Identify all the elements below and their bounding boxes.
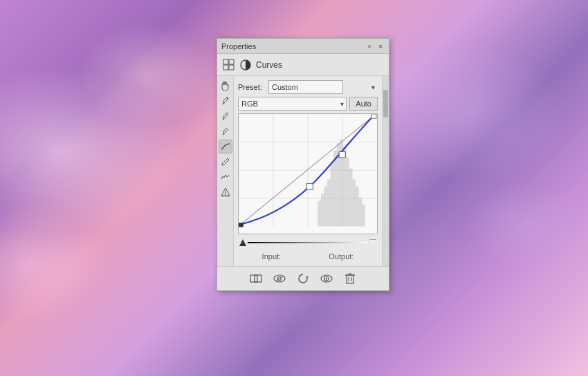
svg-rect-31 xyxy=(353,179,356,226)
svg-point-10 xyxy=(227,128,228,129)
svg-rect-23 xyxy=(327,179,331,226)
svg-rect-40 xyxy=(250,275,257,282)
panel-titlebar: Properties « ≡ xyxy=(217,39,389,54)
channel-select[interactable]: RGB Red Green Blue xyxy=(238,97,347,111)
svg-rect-41 xyxy=(255,275,261,282)
svg-line-9 xyxy=(223,133,224,135)
svg-rect-25 xyxy=(333,150,337,226)
main-content: Preset: Custom Default Strong Contrast M… xyxy=(234,76,382,266)
scroll-track xyxy=(383,76,389,266)
svg-rect-33 xyxy=(359,198,362,227)
eyedropper-gray-tool[interactable] xyxy=(219,109,232,123)
curves-header-icon xyxy=(223,59,235,71)
properties-panel: Properties « ≡ Curves xyxy=(217,38,389,291)
svg-rect-2 xyxy=(229,59,234,64)
io-row: Input: Output: xyxy=(238,251,378,262)
preset-select-wrapper: Custom Default Strong Contrast Medium Co… xyxy=(268,80,378,94)
svg-rect-1 xyxy=(223,65,228,70)
svg-line-5 xyxy=(223,103,224,104)
panel-footer xyxy=(217,266,389,290)
svg-marker-45 xyxy=(306,276,309,279)
preset-row: Preset: Custom Default Strong Contrast M… xyxy=(238,80,378,94)
svg-rect-28 xyxy=(343,147,347,226)
channel-row: RGB Red Green Blue Auto xyxy=(238,97,378,111)
sliders-row xyxy=(238,237,378,248)
scrollbar[interactable] xyxy=(382,76,389,266)
panel-title: Properties xyxy=(221,42,256,50)
pencil-tool[interactable] xyxy=(219,155,232,169)
svg-line-7 xyxy=(223,118,224,120)
toolbar xyxy=(217,76,234,266)
input-label: Input: xyxy=(262,252,282,261)
curves-graph[interactable] xyxy=(238,113,378,234)
channel-select-wrapper: RGB Red Green Blue xyxy=(238,97,347,111)
preset-label: Preset: xyxy=(238,83,264,91)
curves-svg xyxy=(239,114,377,234)
svg-rect-0 xyxy=(223,59,228,64)
svg-rect-22 xyxy=(324,187,327,227)
panel-header: Curves xyxy=(217,54,389,76)
svg-rect-37 xyxy=(339,152,345,158)
svg-rect-34 xyxy=(362,205,365,226)
svg-rect-49 xyxy=(347,275,353,283)
svg-rect-36 xyxy=(306,184,313,189)
svg-rect-24 xyxy=(331,164,334,226)
svg-rect-21 xyxy=(321,194,324,226)
panel-menu-button[interactable]: ≡ xyxy=(376,42,385,50)
svg-point-8 xyxy=(227,113,228,114)
svg-point-48 xyxy=(326,278,327,279)
svg-rect-29 xyxy=(346,158,349,227)
svg-rect-3 xyxy=(229,65,234,70)
svg-point-12 xyxy=(225,194,226,195)
delete-button[interactable] xyxy=(342,271,358,286)
visibility-button[interactable] xyxy=(272,271,287,286)
dark-point-slider[interactable] xyxy=(239,239,246,246)
reset-button[interactable] xyxy=(295,271,311,286)
svg-rect-32 xyxy=(356,187,359,227)
scroll-thumb[interactable] xyxy=(383,90,388,118)
svg-rect-20 xyxy=(318,201,321,227)
smooth-tool[interactable] xyxy=(219,170,232,184)
panel-controls: « ≡ xyxy=(365,42,385,50)
warning-tool[interactable] xyxy=(219,185,232,199)
svg-rect-38 xyxy=(239,223,244,227)
eye-button[interactable] xyxy=(319,271,334,286)
svg-point-6 xyxy=(227,97,228,99)
light-point-slider[interactable] xyxy=(369,239,376,246)
panel-collapse-button[interactable]: « xyxy=(365,42,374,50)
svg-rect-30 xyxy=(349,169,353,227)
curves-mode-icon xyxy=(239,59,252,71)
curves-title: Curves xyxy=(256,60,282,70)
eyedropper-black-tool[interactable] xyxy=(219,94,232,108)
mask-button[interactable] xyxy=(248,271,264,286)
curve-edit-tool[interactable] xyxy=(219,140,232,153)
auto-button[interactable]: Auto xyxy=(349,97,378,111)
panel-body: Preset: Custom Default Strong Contrast M… xyxy=(217,76,389,266)
svg-rect-39 xyxy=(371,114,376,118)
output-label: Output: xyxy=(329,252,353,261)
preset-select[interactable]: Custom Default Strong Contrast Medium Co… xyxy=(268,80,343,94)
hand-tool[interactable] xyxy=(219,79,232,93)
eyedropper-white-tool[interactable] xyxy=(219,124,232,138)
